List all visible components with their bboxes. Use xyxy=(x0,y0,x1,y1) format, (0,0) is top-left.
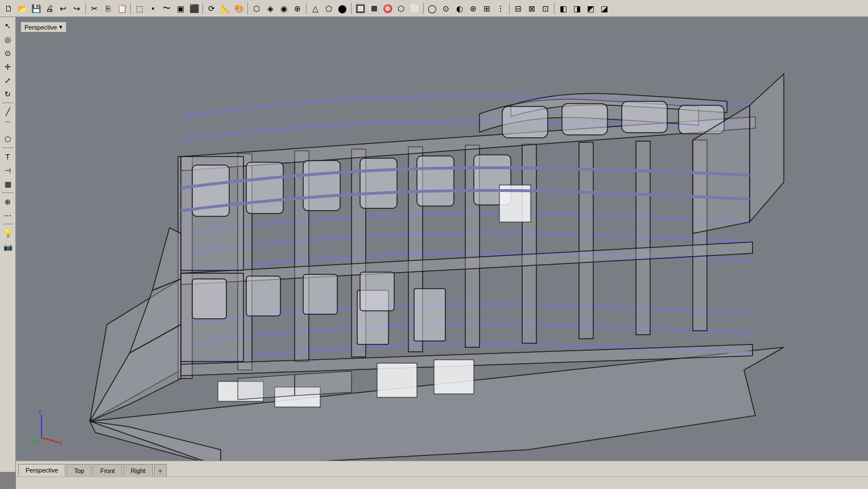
toolbar-icon-45[interactable]: ⊡ xyxy=(539,2,552,15)
sidebar-icon-hatch-tool[interactable]: ▦ xyxy=(2,178,14,190)
toolbar-icon-31[interactable]: 🔳 xyxy=(367,2,380,15)
bottom-panel: PerspectiveTopFrontRight+ xyxy=(16,461,868,489)
boat-model-svg: .rail { stroke: #7878b0; stroke-width: 5… xyxy=(16,17,868,461)
sidebar-icon-text-tool[interactable]: T xyxy=(2,150,14,163)
svg-rect-17 xyxy=(502,106,548,138)
sidebar-icon-draw-poly[interactable]: ⬡ xyxy=(2,133,14,145)
separator-sep4 xyxy=(2,224,14,224)
dropdown-arrow: ▾ xyxy=(59,23,63,31)
toolbar-icon-36[interactable]: ◯ xyxy=(426,2,439,15)
separator-sep2 xyxy=(2,147,14,148)
svg-rect-28 xyxy=(377,363,417,397)
toolbar-icon-33[interactable]: ⬡ xyxy=(395,2,407,15)
svg-rect-18 xyxy=(562,104,607,135)
toolbar-icon-47[interactable]: ◧ xyxy=(557,2,569,15)
toolbar-icon-19[interactable]: 🎨 xyxy=(233,2,245,15)
svg-rect-25 xyxy=(246,276,280,316)
svg-rect-13 xyxy=(303,161,340,211)
tab-front[interactable]: Front xyxy=(93,464,122,476)
toolbar-icon-37[interactable]: ⊙ xyxy=(440,2,452,15)
sidebar-icon-dim-tool[interactable]: ⊣ xyxy=(2,164,14,176)
toolbar-icon-44[interactable]: ⊠ xyxy=(526,2,538,15)
sidebar-icon-select-filter[interactable]: ⊙ xyxy=(2,47,14,59)
x-axis-label: x xyxy=(59,439,62,446)
toolbar-icon-5[interactable]: ↪ xyxy=(71,2,83,15)
z-axis-label: z xyxy=(39,409,42,415)
toolbar-icon-17[interactable]: ⟳ xyxy=(205,2,218,15)
toolbar-icon-40[interactable]: ⊞ xyxy=(481,2,493,15)
sidebar-icon-snap-tool[interactable]: ⊕ xyxy=(2,195,14,208)
sidebar-icon-point-cloud[interactable]: ⋯ xyxy=(2,209,14,221)
toolbar-icon-15[interactable]: ⬛ xyxy=(188,2,200,15)
y-axis-label: y xyxy=(27,444,30,449)
svg-line-34 xyxy=(30,438,42,445)
toolbar-icon-14[interactable]: ▣ xyxy=(174,2,187,15)
add-tab-button[interactable]: + xyxy=(154,464,167,476)
sidebar-icon-select-objects[interactable]: ↖ xyxy=(2,19,14,32)
toolbar-icon-32[interactable]: ⭕ xyxy=(381,2,394,15)
toolbar-icon-11[interactable]: ⬚ xyxy=(133,2,146,15)
svg-rect-19 xyxy=(622,101,667,133)
toolbar-icon-38[interactable]: ◐ xyxy=(453,2,466,15)
toolbar-icon-39[interactable]: ⊛ xyxy=(467,2,480,15)
toolbar-icon-3[interactable]: 🖨 xyxy=(43,2,56,15)
axis-indicator: z y x xyxy=(27,409,61,443)
sidebar-icon-transform-obj[interactable]: ⤢ xyxy=(2,74,14,87)
toolbar-icon-43[interactable]: ⊟ xyxy=(512,2,524,15)
toolbar-icon-21[interactable]: ⬡ xyxy=(250,2,263,15)
sidebar-icon-rotate-obj[interactable]: ↻ xyxy=(2,88,14,100)
status-bar xyxy=(16,476,868,489)
svg-rect-29 xyxy=(434,360,474,394)
tab-right[interactable]: Right xyxy=(123,464,153,476)
toolbar-icon-27[interactable]: ⬠ xyxy=(323,2,335,15)
svg-rect-24 xyxy=(192,279,226,319)
main-viewport[interactable]: .rail { stroke: #7878b0; stroke-width: 5… xyxy=(16,17,868,461)
toolbar-icon-34[interactable]: ⬜ xyxy=(408,2,421,15)
viewport-label[interactable]: Perspective ▾ xyxy=(20,22,67,32)
svg-rect-7 xyxy=(579,142,593,339)
tab-perspective[interactable]: Perspective xyxy=(18,464,65,476)
toolbar-icon-1[interactable]: 📂 xyxy=(16,2,28,15)
sidebar-icon-select-sub[interactable]: ◎ xyxy=(2,33,14,46)
viewport-name: Perspective xyxy=(24,24,57,31)
separator-sep1 xyxy=(2,102,14,103)
toolbar: 🗋📂💾🖨↩↪✂⎘📋⬚•〜▣⬛⟳📐🎨⬡◈◉⊕△⬠⬤🔲🔳⭕⬡⬜◯⊙◐⊛⊞⋮⊟⊠⊡◧◨… xyxy=(0,0,868,17)
toolbar-icon-50[interactable]: ◪ xyxy=(598,2,610,15)
svg-rect-15 xyxy=(417,156,454,206)
sidebar-icon-camera[interactable]: 📷 xyxy=(2,240,14,253)
toolbar-icon-22[interactable]: ◈ xyxy=(264,2,276,15)
toolbar-icon-2[interactable]: 💾 xyxy=(30,2,42,15)
toolbar-icon-12[interactable]: • xyxy=(147,2,159,15)
toolbar-icon-28[interactable]: ⬤ xyxy=(336,2,349,15)
toolbar-icon-18[interactable]: 📐 xyxy=(219,2,232,15)
viewport-dropdown[interactable]: Perspective ▾ xyxy=(20,22,67,32)
toolbar-icon-41[interactable]: ⋮ xyxy=(494,2,507,15)
sidebar-icon-draw-line[interactable]: ╱ xyxy=(2,105,14,118)
toolbar-icon-24[interactable]: ⊕ xyxy=(291,2,304,15)
svg-line-35 xyxy=(42,438,59,442)
toolbar-icon-23[interactable]: ◉ xyxy=(278,2,290,15)
svg-rect-6 xyxy=(522,144,536,343)
tab-row: PerspectiveTopFrontRight+ xyxy=(16,461,868,476)
sidebar-icon-light[interactable]: 💡 xyxy=(2,227,14,239)
toolbar-icon-30[interactable]: 🔲 xyxy=(354,2,366,15)
toolbar-icon-4[interactable]: ↩ xyxy=(57,2,69,15)
toolbar-icon-26[interactable]: △ xyxy=(309,2,321,15)
toolbar-icon-48[interactable]: ◨ xyxy=(571,2,583,15)
toolbar-icon-0[interactable]: 🗋 xyxy=(2,2,15,15)
toolbar-icon-8[interactable]: ⎘ xyxy=(102,2,114,15)
sidebar-icon-draw-curve[interactable]: ⌒ xyxy=(2,119,14,132)
toolbar-icon-13[interactable]: 〜 xyxy=(160,2,173,15)
toolbar-icon-9[interactable]: 📋 xyxy=(115,2,128,15)
sidebar-icon-gumball[interactable]: ✛ xyxy=(2,60,14,73)
toolbar-icon-49[interactable]: ◩ xyxy=(584,2,597,15)
svg-rect-14 xyxy=(360,158,397,208)
toolbar-icon-7[interactable]: ✂ xyxy=(88,2,101,15)
svg-rect-26 xyxy=(303,274,337,314)
model-container: .rail { stroke: #7878b0; stroke-width: 5… xyxy=(16,17,868,461)
svg-rect-23 xyxy=(414,289,445,341)
svg-rect-27 xyxy=(360,272,394,311)
tab-top[interactable]: Top xyxy=(67,464,92,476)
separator-sep3 xyxy=(2,192,14,193)
svg-rect-12 xyxy=(246,162,283,213)
